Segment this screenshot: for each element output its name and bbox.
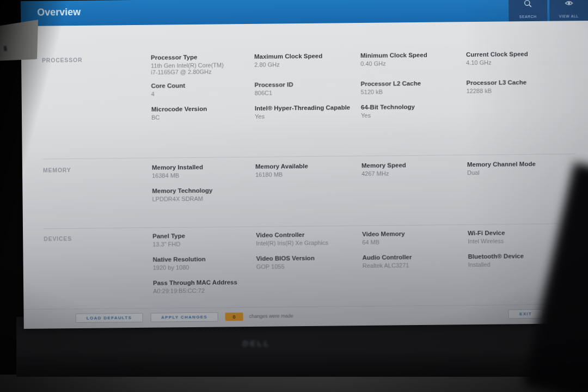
- view-all-button-label: VIEW ALL: [559, 14, 579, 18]
- field-native-resolution: Native Resolution 1920 by 1080: [153, 255, 256, 273]
- search-icon: [524, 0, 532, 8]
- field-memory-installed: Memory Installed 16384 MB: [152, 163, 255, 181]
- field-video-bios-version: Video BIOS Version GOP 1055: [256, 254, 363, 272]
- field-panel-type: Panel Type 13.3" FHD: [152, 232, 256, 249]
- apply-changes-button[interactable]: APPLY CHANGES: [151, 313, 218, 322]
- section-title: PROCESSOR: [42, 57, 82, 64]
- field-audio-controller: Audio Controller Realtek ALC3271: [362, 253, 468, 271]
- section-memory: MEMORY Memory Installed 16384 MB Memory …: [22, 160, 588, 166]
- empty-cell: [363, 277, 468, 294]
- field-grid: Processor Type 11th Gen Intel(R) Core(TM…: [151, 50, 585, 130]
- section-divider: [43, 154, 575, 159]
- field-memory-speed: Memory Speed 4267 MHz: [362, 161, 467, 179]
- field-max-clock-speed: Maximum Clock Speed 2.80 GHz: [254, 52, 360, 75]
- field-processor-type: Processor Type 11th Gen Intel(R) Core(TM…: [151, 53, 254, 76]
- empty-cell: [467, 183, 581, 201]
- empty-cell: [255, 186, 362, 203]
- bios-screen: Overview SEARCH: [21, 0, 588, 329]
- changes-status-text: changes were made: [249, 313, 293, 319]
- field-hyper-threading-capable: Intel® Hyper-Threading Capable Yes: [255, 104, 361, 121]
- field-memory-technology: Memory Technology LPDDR4X SDRAM: [152, 187, 255, 204]
- empty-cell: [256, 278, 363, 295]
- field-min-clock-speed: Minimum Clock Speed 0.40 GHz: [360, 51, 466, 74]
- exit-button[interactable]: EXIT: [508, 309, 543, 319]
- header-bar: Overview SEARCH: [21, 0, 588, 26]
- section-title: DEVICES: [44, 235, 72, 242]
- page-title: Overview: [37, 7, 81, 19]
- gray-note-object: [0, 20, 42, 63]
- field-grid: Panel Type 13.3" FHD Video Controller In…: [152, 229, 586, 303]
- field-64bit-technology: 64-Bit Technology Yes: [361, 103, 467, 120]
- field-memory-channel-mode: Memory Channel Mode Dual: [467, 160, 581, 177]
- empty-cell: [467, 102, 581, 119]
- section-processor: PROCESSOR Processor Type 11th Gen Intel(…: [21, 50, 588, 56]
- section-divider: [44, 223, 576, 229]
- field-grid: Memory Installed 16384 MB Memory Availab…: [152, 160, 586, 211]
- field-pass-through-mac-address: Pass Through MAC Address A0:29:19:B5:CC:…: [153, 279, 256, 296]
- field-video-memory: Video Memory 64 MB: [362, 230, 468, 247]
- changes-count-badge: 0: [225, 313, 243, 321]
- field-processor-id: Processor ID 806C1: [254, 81, 360, 98]
- header-actions: SEARCH VIEW ALL: [509, 0, 588, 21]
- photo-of-laptop: DELL Overview SEARCH: [0, 0, 588, 392]
- field-memory-available: Memory Available 16180 MB: [255, 162, 362, 180]
- section-devices: DEVICES Panel Type 13.3" FHD Video Contr…: [23, 229, 588, 234]
- dell-logo: DELL: [237, 339, 275, 353]
- load-defaults-button[interactable]: LOAD DEFAULTS: [76, 313, 143, 323]
- search-button[interactable]: SEARCH: [509, 0, 547, 21]
- field-processor-l3-cache: Processor L3 Cache 12288 kB: [466, 78, 580, 96]
- section-title: MEMORY: [43, 167, 71, 173]
- empty-cell: [362, 185, 467, 202]
- view-all-button[interactable]: VIEW ALL: [549, 0, 588, 21]
- field-processor-l2-cache: Processor L2 Cache 5120 kB: [360, 79, 466, 97]
- field-core-count: Core Count 4: [151, 82, 254, 99]
- field-video-controller: Video Controller Intel(R) Iris(R) Xe Gra…: [256, 231, 362, 248]
- field-current-clock-speed: Current Clock Speed 4.10 GHz: [466, 50, 580, 72]
- search-button-label: SEARCH: [519, 15, 537, 19]
- note-mark: [4, 46, 7, 51]
- field-microcode-version: Microcode Version BC: [151, 105, 255, 122]
- desk-surface: [0, 375, 588, 392]
- view-all-icon: [565, 0, 573, 7]
